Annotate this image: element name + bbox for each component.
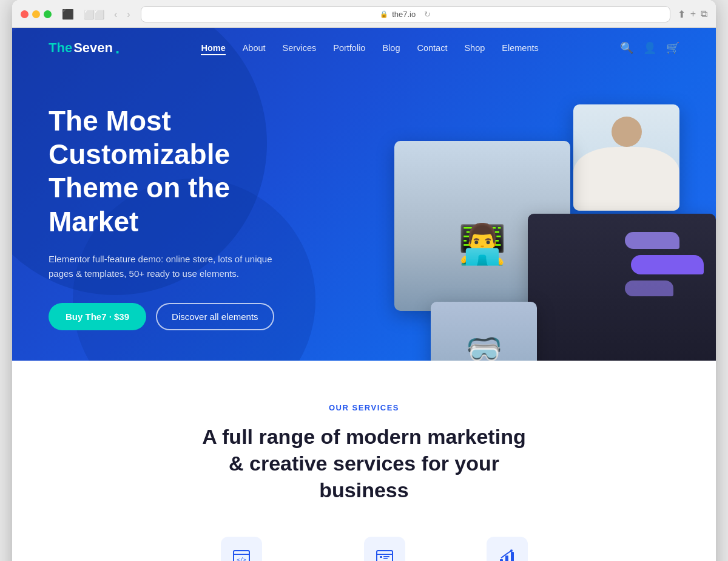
digital-marketing-icon-wrap <box>487 537 528 561</box>
nav-blog[interactable]: Blog <box>382 43 400 53</box>
logo[interactable]: The Seven . <box>49 40 120 56</box>
logo-the: The <box>49 40 72 56</box>
svg-text:</>: </> <box>237 557 247 561</box>
services-tag: OUR SERVICES <box>49 403 679 412</box>
svg-rect-7 <box>383 558 388 559</box>
hero-buttons: Buy The7 · $39 Discover all elements <box>49 303 328 330</box>
services-grid: </> Web design & ecommerce Creative S <box>49 537 679 561</box>
main-nav: The Seven . Home About Services Portfoli… <box>12 28 716 68</box>
hero-image-3: ⌨️ <box>528 214 716 361</box>
nav-portfolio[interactable]: Portfolio <box>333 43 365 53</box>
cart-icon[interactable]: 🛒 <box>666 41 679 55</box>
nav-links: Home About Services Portfolio Blog Conta… <box>201 42 538 53</box>
svg-rect-5 <box>380 556 382 558</box>
digital-marketing-icon <box>498 548 516 561</box>
service-digital-marketing: Digital marketing <box>471 537 544 561</box>
share-icon[interactable]: ⬆ <box>678 8 686 20</box>
search-icon[interactable]: 🔍 <box>620 41 633 55</box>
url-text: the7.io <box>392 10 416 19</box>
hero-subtitle: Elementor full-feature demo: online stor… <box>49 252 279 281</box>
minimize-dot[interactable] <box>32 10 40 18</box>
close-dot[interactable] <box>21 10 29 18</box>
address-bar[interactable]: 🔒 the7.io ↻ <box>141 6 670 22</box>
creative-services-icon <box>376 548 394 561</box>
nav-elements[interactable]: Elements <box>502 43 538 53</box>
svg-rect-9 <box>505 556 508 561</box>
svg-point-11 <box>510 549 513 552</box>
creative-services-icon-wrap <box>364 537 405 561</box>
svg-rect-6 <box>383 556 389 557</box>
browser-chrome: ⬛ ⬜⬜ ‹ › 🔒 the7.io ↻ ⬆ + ⧉ <box>12 0 716 28</box>
logo-seven: Seven <box>73 40 113 56</box>
maximize-dot[interactable] <box>44 10 52 18</box>
nav-icons: 🔍 👤 🛒 <box>620 41 679 55</box>
hero-image-1 <box>573 104 679 211</box>
window-switcher[interactable]: ⬜⬜ <box>81 8 107 21</box>
discover-button[interactable]: Discover all elements <box>156 303 274 330</box>
new-tab-icon[interactable]: + <box>690 8 696 20</box>
windows-icon[interactable]: ⧉ <box>701 8 707 20</box>
services-section: OUR SERVICES A full range of modern mark… <box>12 361 716 561</box>
nav-home[interactable]: Home <box>201 43 225 55</box>
browser-nav: ⬛ ⬜⬜ ‹ › <box>59 7 133 21</box>
web-design-icon: </> <box>232 548 251 561</box>
browser-window: ⬛ ⬜⬜ ‹ › 🔒 the7.io ↻ ⬆ + ⧉ The Seven . H… <box>12 0 716 561</box>
nav-contact[interactable]: Contact <box>417 43 447 53</box>
service-creative: Creative Services <box>346 537 422 561</box>
hero-image-4: 🥽 <box>431 302 537 361</box>
hero-images: 👨‍💻 ⌨️ <box>394 104 716 361</box>
user-icon[interactable]: 👤 <box>643 41 656 55</box>
hero-section: The Seven . Home About Services Portfoli… <box>12 28 716 361</box>
svg-rect-10 <box>511 552 514 561</box>
back-arrow[interactable]: ‹ <box>111 8 120 21</box>
services-title: A full range of modern marketing & creat… <box>194 423 534 504</box>
hero-text: The Most Customizable Theme on the Marke… <box>49 86 328 330</box>
nav-services[interactable]: Services <box>283 43 317 53</box>
nav-shop[interactable]: Shop <box>464 43 485 53</box>
hero-title: The Most Customizable Theme on the Marke… <box>49 104 328 239</box>
hero-content: The Most Customizable Theme on the Marke… <box>12 68 716 361</box>
forward-arrow[interactable]: › <box>124 8 133 21</box>
web-design-icon-wrap: </> <box>221 537 262 561</box>
refresh-icon[interactable]: ↻ <box>424 10 431 19</box>
service-web-design: </> Web design & ecommerce <box>184 537 298 561</box>
nav-about[interactable]: About <box>243 43 266 53</box>
logo-dot: . <box>115 40 120 56</box>
browser-actions: ⬆ + ⧉ <box>678 8 707 20</box>
lock-icon: 🔒 <box>380 10 388 18</box>
browser-dots <box>21 10 52 18</box>
buy-button[interactable]: Buy The7 · $39 <box>49 303 146 330</box>
back-button[interactable]: ⬛ <box>59 7 77 21</box>
svg-rect-3 <box>377 551 393 561</box>
